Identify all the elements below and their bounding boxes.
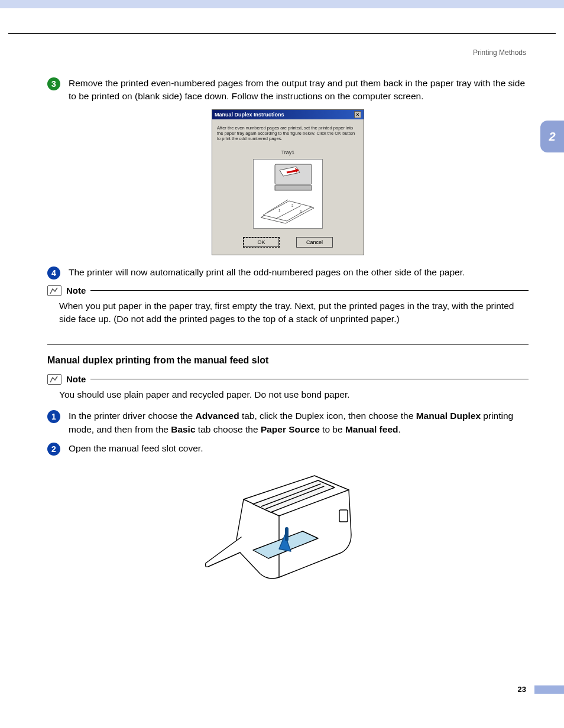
cancel-button[interactable]: Cancel [296, 237, 333, 248]
step-badge-2b: 2 [47, 443, 60, 456]
close-icon[interactable]: × [354, 111, 361, 118]
step-badge-4: 4 [47, 266, 60, 280]
page-number: 23 [518, 685, 526, 694]
t: Advanced [196, 411, 239, 421]
ok-button[interactable]: OK [243, 237, 280, 248]
note-rule [90, 379, 529, 379]
chapter-tab: 2 [540, 121, 564, 152]
dialog-title: Manual Duplex Instructions [215, 112, 284, 118]
dialog-tray-label: Tray1 [217, 150, 359, 155]
dialog-message: After the even numbered pages are printe… [217, 125, 359, 141]
note-2: Note You should use plain paper and recy… [47, 374, 529, 401]
t: Manual Duplex [416, 411, 481, 421]
dialog-illustration: 1 3 5 [253, 159, 323, 229]
t: In the printer driver choose the [69, 411, 196, 421]
step-2b: 2 Open the manual feed slot cover. [47, 442, 529, 456]
t: tab choose the [196, 424, 261, 434]
t: . [398, 424, 400, 434]
t: to be [320, 424, 345, 434]
header-rule [8, 33, 556, 34]
t: Manual feed [345, 424, 398, 434]
dialog-titlebar: Manual Duplex Instructions × [212, 110, 364, 119]
note-label: Note [66, 285, 86, 295]
step-1b-text: In the printer driver choose the Advance… [69, 410, 529, 436]
dialog-figure: Manual Duplex Instructions × After the e… [47, 109, 529, 255]
dialog-buttons: OK Cancel [217, 237, 359, 248]
note-2-text: You should use plain paper and recycled … [47, 388, 529, 401]
note-icon [47, 285, 61, 296]
t: tab, click the Duplex icon, then choose … [239, 411, 416, 421]
header-section: Printing Methods [473, 48, 526, 57]
step-4: 4 The printer will now automatically pri… [47, 266, 529, 280]
top-band [0, 0, 564, 8]
note-1: Note When you put paper in the paper tra… [47, 285, 529, 326]
section-divider [47, 344, 529, 344]
step-3-text: Remove the printed even-numbered pages f… [69, 77, 529, 103]
step-4-text: The printer will now automatically print… [69, 266, 465, 280]
note-label: Note [66, 374, 86, 384]
manual-duplex-dialog: Manual Duplex Instructions × After the e… [212, 109, 364, 255]
step-badge-3: 3 [47, 77, 60, 90]
main-content: 3 Remove the printed even-numbered pages… [47, 77, 529, 588]
svg-rect-2 [275, 186, 312, 190]
t: Basic [171, 424, 195, 434]
printer-illustration [47, 464, 529, 588]
step-1b: 1 In the printer driver choose the Advan… [47, 410, 529, 436]
note-1-text: When you put paper in the paper tray, fi… [47, 300, 529, 326]
dialog-body: After the even numbered pages are printe… [212, 119, 364, 255]
step-2b-text: Open the manual feed slot cover. [69, 442, 203, 456]
note-rule [90, 290, 529, 291]
step-3: 3 Remove the printed even-numbered pages… [47, 77, 529, 103]
page-number-bar [534, 685, 564, 694]
step-badge-1b: 1 [47, 410, 60, 423]
section-heading: Manual duplex printing from the manual f… [47, 355, 529, 366]
note-icon [47, 374, 61, 385]
svg-rect-6 [339, 510, 348, 522]
t: Paper Source [261, 424, 320, 434]
